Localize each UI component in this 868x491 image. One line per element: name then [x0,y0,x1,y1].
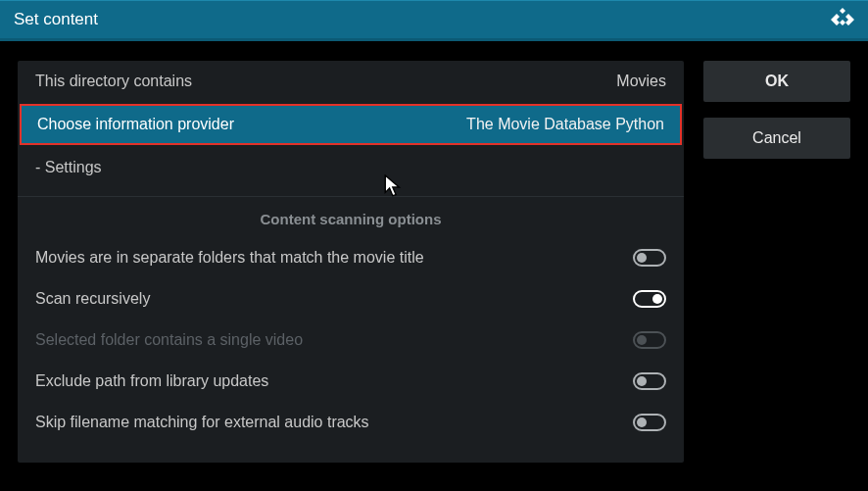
row-settings[interactable]: - Settings [18,147,684,188]
row-skip-audio-match[interactable]: Skip filename matching for external audi… [18,402,684,443]
row-label: This directory contains [35,73,616,90]
button-label: OK [765,73,789,89]
side-buttons: OK Cancel [703,61,850,463]
dialog-title: Set content [14,10,98,29]
row-value: Movies [616,73,666,90]
ok-button[interactable]: OK [703,61,850,102]
cancel-button[interactable]: Cancel [703,118,850,159]
row-value: The Movie Database Python [466,116,664,133]
row-information-provider[interactable]: Choose information provider The Movie Da… [20,104,682,145]
kodi-logo-icon [831,8,854,31]
row-label: Exclude path from library updates [35,372,633,390]
row-label: Selected folder contains a single video [35,331,633,349]
row-label: Scan recursively [35,290,633,308]
row-separate-folders[interactable]: Movies are in separate folders that matc… [18,237,684,278]
toggle-icon[interactable] [633,372,666,390]
titlebar: Set content [0,0,868,41]
toggle-icon[interactable] [633,414,666,431]
row-label: Movies are in separate folders that matc… [35,249,633,267]
row-single-video: Selected folder contains a single video [18,319,684,361]
toggle-icon[interactable] [633,290,666,308]
row-scan-recursively[interactable]: Scan recursively [18,278,684,319]
row-exclude-path[interactable]: Exclude path from library updates [18,361,684,402]
row-label: - Settings [35,159,666,176]
row-label: Skip filename matching for external audi… [35,414,633,431]
dialog-body: This directory contains Movies Choose in… [0,41,868,486]
button-label: Cancel [752,129,801,146]
row-directory-contains[interactable]: This directory contains Movies [18,61,684,102]
row-label: Choose information provider [37,116,466,133]
toggle-icon [633,331,666,349]
main-panel: This directory contains Movies Choose in… [18,61,684,463]
toggle-icon[interactable] [633,249,666,267]
section-header: Content scanning options [18,196,684,237]
